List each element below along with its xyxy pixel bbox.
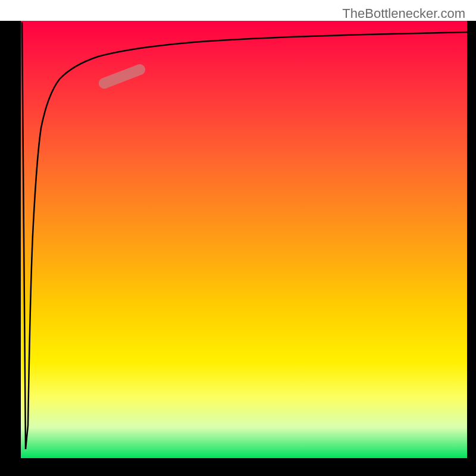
highlight-marker — [104, 70, 140, 83]
x-axis-margin — [0, 458, 476, 476]
chart-svg — [21, 21, 467, 458]
bottleneck-curve — [22, 22, 467, 449]
plot-area — [21, 21, 467, 458]
y-axis-margin — [0, 21, 21, 458]
watermark-text: TheBottlenecker.com — [342, 6, 465, 21]
